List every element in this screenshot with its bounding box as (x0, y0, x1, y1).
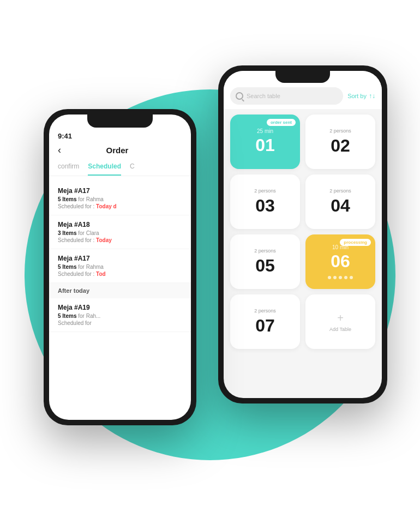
table-card-03-number: 03 (255, 196, 275, 216)
tab-confirm[interactable]: confirm (58, 162, 79, 176)
table-card-02-persons: 2 persons (329, 128, 351, 134)
table-grid: order sent 25 min 01 2 persons 02 2 pers… (224, 109, 382, 356)
table-card-07-persons: 2 persons (254, 308, 276, 314)
scene: Search table Sort by ↑↓ order sent 25 mi… (0, 0, 420, 512)
front-header-title: Order (52, 146, 182, 155)
sort-icon: ↑↓ (369, 92, 375, 100)
order-item-1[interactable]: Meja #A17 5 Items for Rahma Scheduled fo… (49, 182, 191, 215)
add-table-label: Add Table (329, 327, 351, 332)
table-card-05[interactable]: 2 persons 05 (230, 234, 300, 289)
order-item-4-desc: 5 Items for Rah... (58, 313, 182, 319)
search-icon (236, 92, 243, 100)
table-card-03-persons: 2 persons (254, 188, 276, 194)
order-item-2-desc: 3 Items for Clara (58, 230, 182, 236)
dot-2 (333, 276, 337, 279)
order-item-3[interactable]: Meja #A17 5 Items for Rahma Scheduled fo… (49, 249, 191, 283)
order-item-1-table: Meja #A17 (58, 187, 182, 195)
table-card-02[interactable]: 2 persons 02 (305, 115, 375, 169)
order-item-4[interactable]: Meja #A19 5 Items for Rah... Scheduled f… (49, 298, 191, 332)
dot-1 (328, 276, 331, 279)
front-tabs: confirm Scheduled C (49, 156, 191, 176)
order-item-4-table: Meja #A19 (58, 304, 182, 311)
search-bar[interactable]: Search table (230, 87, 343, 105)
tab-scheduled[interactable]: Scheduled (88, 162, 121, 176)
section-divider-after-today: After today (49, 283, 191, 298)
dot-5 (350, 276, 353, 279)
table-card-06-number: 06 (331, 251, 350, 272)
table-card-04-persons: 2 persons (329, 188, 351, 194)
order-item-2-schedule: Scheduled for : Today (58, 237, 182, 243)
search-placeholder: Search table (247, 93, 280, 99)
order-item-3-table: Meja #A17 (58, 255, 182, 262)
table-card-06-badge: processing (340, 239, 371, 246)
phone-back-screen: Search table Sort by ↑↓ order sent 25 mi… (224, 71, 382, 398)
dot-4 (344, 276, 347, 279)
table-card-06-dots (328, 276, 353, 279)
order-list: Meja #A17 5 Items for Rahma Scheduled fo… (49, 176, 191, 338)
table-card-01-number: 01 (255, 135, 275, 155)
table-card-04[interactable]: 2 persons 04 (305, 174, 375, 229)
order-item-2-table: Meja #A18 (58, 221, 182, 228)
front-header: ‹ Order (49, 140, 191, 156)
phone-front-screen: 9:41 ‹ Order confirm Scheduled C (49, 115, 191, 420)
table-card-06[interactable]: processing 10 min 06 (305, 234, 375, 289)
table-card-01-timer: 25 min (257, 128, 273, 134)
table-card-04-number: 04 (331, 196, 350, 216)
tab-confirm-label: confirm (58, 162, 79, 170)
add-table-content: + Add Table (329, 312, 351, 332)
order-item-1-schedule: Scheduled for : Today d (58, 203, 182, 209)
tab-scheduled-label: Scheduled (88, 162, 121, 170)
phone-back: Search table Sort by ↑↓ order sent 25 mi… (218, 65, 387, 403)
order-item-3-desc: 5 Items for Rahma (58, 264, 182, 270)
order-item-2[interactable]: Meja #A18 3 Items for Clara Scheduled fo… (49, 215, 191, 249)
table-card-02-number: 02 (331, 136, 350, 156)
time-display: 9:41 (58, 132, 72, 140)
phone-front-notch (87, 115, 153, 128)
dot-3 (339, 276, 342, 279)
order-item-4-schedule: Scheduled for (58, 320, 182, 326)
sort-by-area[interactable]: Sort by ↑↓ (347, 92, 375, 100)
table-card-01-badge: order sent (267, 119, 296, 126)
table-card-add[interactable]: + Add Table (305, 294, 375, 349)
table-card-05-number: 05 (255, 256, 275, 276)
table-card-03[interactable]: 2 persons 03 (230, 174, 300, 229)
order-item-1-desc: 5 Items for Rahma (58, 196, 182, 202)
order-item-3-schedule: Scheduled for : Tod (58, 271, 182, 277)
table-card-01[interactable]: order sent 25 min 01 (230, 115, 300, 169)
table-card-07-number: 07 (255, 316, 275, 336)
phone-front: 9:41 ‹ Order confirm Scheduled C (44, 109, 196, 425)
tab-third-label: C (130, 162, 135, 170)
sort-by-label: Sort by (347, 93, 367, 99)
phone-back-notch (275, 71, 330, 83)
table-card-05-persons: 2 persons (254, 248, 276, 254)
add-plus-icon: + (337, 312, 344, 324)
tab-third[interactable]: C (130, 162, 135, 176)
table-card-07[interactable]: 2 persons 07 (230, 294, 300, 349)
